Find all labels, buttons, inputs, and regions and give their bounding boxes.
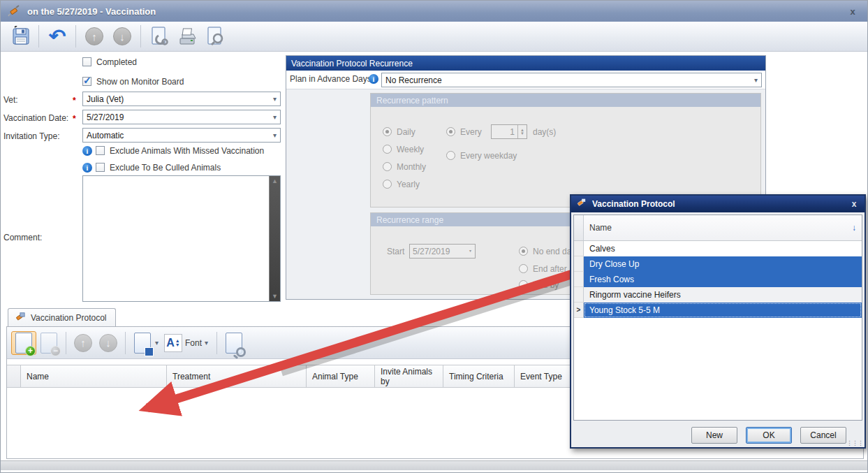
chevron-down-icon: ▾ bbox=[466, 245, 475, 258]
minus-icon: − bbox=[50, 346, 61, 356]
toolbar-separator bbox=[216, 332, 217, 354]
every-days-spinner[interactable]: 1 ▲▼ bbox=[491, 124, 527, 139]
sort-descending-icon[interactable]: ↓ bbox=[852, 223, 856, 233]
move-down-button[interactable]: ↓ bbox=[96, 331, 121, 355]
syringe-icon bbox=[14, 312, 27, 324]
popup-close-icon[interactable]: x bbox=[848, 199, 860, 209]
row-indicator bbox=[574, 287, 584, 303]
list-item[interactable]: Calves bbox=[574, 241, 862, 256]
name-column-label: Name bbox=[589, 223, 612, 233]
column-header-timing-criteria[interactable]: Timing Criteria bbox=[443, 365, 515, 387]
yearly-radio[interactable] bbox=[383, 180, 392, 189]
remove-protocol-button[interactable]: − bbox=[36, 331, 61, 355]
new-button[interactable]: New bbox=[691, 427, 737, 444]
every-weekday-radio[interactable] bbox=[446, 151, 455, 160]
arrow-up-icon: ↑ bbox=[85, 27, 103, 45]
list-item[interactable]: Ringorm vaccine Heifers bbox=[574, 287, 862, 303]
syringe-icon bbox=[8, 5, 20, 17]
invitation-type-dropdown[interactable]: Automatic ▾ bbox=[82, 128, 281, 143]
toolbar-separator bbox=[66, 332, 66, 354]
chevron-down-icon: ▾ bbox=[754, 76, 758, 84]
vet-label: Vet: bbox=[3, 95, 18, 105]
recurrence-panel-header: Vaccination Protocol Recurrence bbox=[286, 56, 765, 71]
daily-label: Daily bbox=[397, 127, 415, 137]
chevron-down-icon[interactable]: ▾ bbox=[205, 339, 208, 347]
name-column-header[interactable]: Name ↓ bbox=[584, 215, 862, 240]
print-button[interactable] bbox=[173, 23, 201, 50]
spinner-arrows-icon[interactable]: ▲▼ bbox=[517, 125, 527, 138]
days-label: day(s) bbox=[533, 127, 556, 137]
start-date-value: 5/27/2019 bbox=[410, 247, 466, 256]
print-preview-button[interactable] bbox=[201, 23, 229, 50]
monthly-radio[interactable] bbox=[383, 162, 392, 171]
undo-button[interactable]: ↶ bbox=[43, 23, 71, 50]
list-item[interactable]: > Young Stock 5-5 M bbox=[574, 303, 862, 318]
comment-label: Comment: bbox=[3, 233, 42, 242]
resize-grip[interactable]: ⋮⋮⋮ bbox=[846, 439, 863, 446]
font-style-button[interactable]: A ▲▼ bbox=[164, 334, 182, 352]
monitor-board-label: Show on Monitor Board bbox=[96, 77, 184, 87]
protocol-name: Dry Close Up bbox=[584, 256, 862, 272]
required-asterisk: * bbox=[73, 114, 76, 124]
comment-textarea[interactable]: ▲ ▼ bbox=[82, 175, 281, 302]
chevron-down-icon: ▾ bbox=[273, 113, 277, 121]
vaccination-dialog: on the 5/27/2019 - Vaccination x ↶ ↑ ↓ C… bbox=[0, 0, 868, 473]
column-header-treatment[interactable]: Treatment bbox=[167, 365, 307, 387]
protocol-name: Young Stock 5-5 M bbox=[584, 303, 862, 318]
column-header-name[interactable]: Name bbox=[21, 365, 167, 387]
protocol-name: Calves bbox=[584, 241, 862, 256]
floppy-icon bbox=[145, 347, 154, 356]
every-weekday-label: Every weekday bbox=[460, 151, 517, 161]
completed-checkbox[interactable] bbox=[82, 57, 91, 66]
move-up-button[interactable]: ↑ bbox=[80, 23, 108, 50]
start-label: Start bbox=[387, 247, 404, 256]
chevron-down-icon: ▾ bbox=[273, 131, 277, 139]
add-protocol-button[interactable]: + bbox=[11, 331, 36, 355]
exclude-culled-checkbox[interactable] bbox=[96, 163, 105, 172]
export-button[interactable] bbox=[130, 331, 155, 355]
plan-in-advance-label: Plan in Advance Days: bbox=[290, 74, 374, 84]
ok-button[interactable]: OK bbox=[746, 427, 792, 444]
save-button[interactable] bbox=[6, 23, 34, 50]
list-item[interactable]: Fresh Cows bbox=[574, 272, 862, 287]
page-setup-button[interactable] bbox=[145, 23, 173, 50]
completed-label: Completed bbox=[96, 57, 137, 67]
cancel-button[interactable]: Cancel bbox=[800, 427, 846, 444]
monitor-board-checkbox[interactable]: ✓ bbox=[82, 77, 91, 86]
window-title: on the 5/27/2019 - Vaccination bbox=[27, 6, 156, 17]
exclude-missed-label: Exclude Animals With Missed Vaccination bbox=[110, 146, 264, 156]
tab-vaccination-protocol[interactable]: Vaccination Protocol bbox=[8, 308, 116, 327]
vaccination-date-dropdown[interactable]: 5/27/2019 ▾ bbox=[82, 110, 281, 124]
no-end-date-radio[interactable] bbox=[519, 247, 528, 256]
chevron-down-icon[interactable]: ▾ bbox=[155, 339, 159, 347]
font-a-icon: A bbox=[166, 337, 175, 349]
popup-titlebar: Vaccination Protocol x bbox=[571, 196, 865, 212]
tab-label: Vaccination Protocol bbox=[31, 313, 107, 323]
recurrence-value: No Recurrence bbox=[385, 75, 442, 85]
end-after-radio[interactable] bbox=[519, 264, 528, 273]
column-header-animal-type[interactable]: Animal Type bbox=[307, 365, 375, 387]
exclude-missed-checkbox[interactable] bbox=[96, 146, 105, 155]
arrow-down-icon: ↓ bbox=[113, 27, 131, 45]
comment-scrollbar[interactable]: ▲ ▼ bbox=[269, 176, 280, 301]
preview-button[interactable] bbox=[221, 331, 247, 355]
list-item[interactable]: Dry Close Up bbox=[574, 256, 862, 272]
window-titlebar: on the 5/27/2019 - Vaccination x bbox=[1, 1, 867, 22]
scroll-up-icon: ▲ bbox=[270, 177, 280, 184]
end-by-radio[interactable] bbox=[519, 280, 528, 289]
recurrence-dropdown[interactable]: No Recurrence ▾ bbox=[381, 73, 762, 87]
start-date-dropdown[interactable]: 5/27/2019 ▾ bbox=[409, 244, 476, 259]
every-radio[interactable] bbox=[446, 127, 455, 136]
magnifier-icon bbox=[236, 347, 246, 357]
recurrence-pattern-header: Recurrence pattern bbox=[371, 94, 760, 107]
remove-page-icon: − bbox=[41, 333, 57, 354]
move-down-button[interactable]: ↓ bbox=[108, 23, 136, 50]
weekly-radio[interactable] bbox=[383, 145, 392, 154]
vet-dropdown[interactable]: Julia (Vet) ▾ bbox=[82, 92, 281, 106]
font-dropdown-label[interactable]: Font bbox=[185, 338, 202, 348]
daily-radio[interactable] bbox=[383, 127, 392, 136]
required-asterisk: * bbox=[73, 96, 76, 105]
window-close-icon[interactable]: x bbox=[845, 6, 860, 17]
move-up-button[interactable]: ↑ bbox=[71, 331, 96, 355]
column-header-invite-animals-by[interactable]: Invite Animals by bbox=[375, 365, 443, 387]
